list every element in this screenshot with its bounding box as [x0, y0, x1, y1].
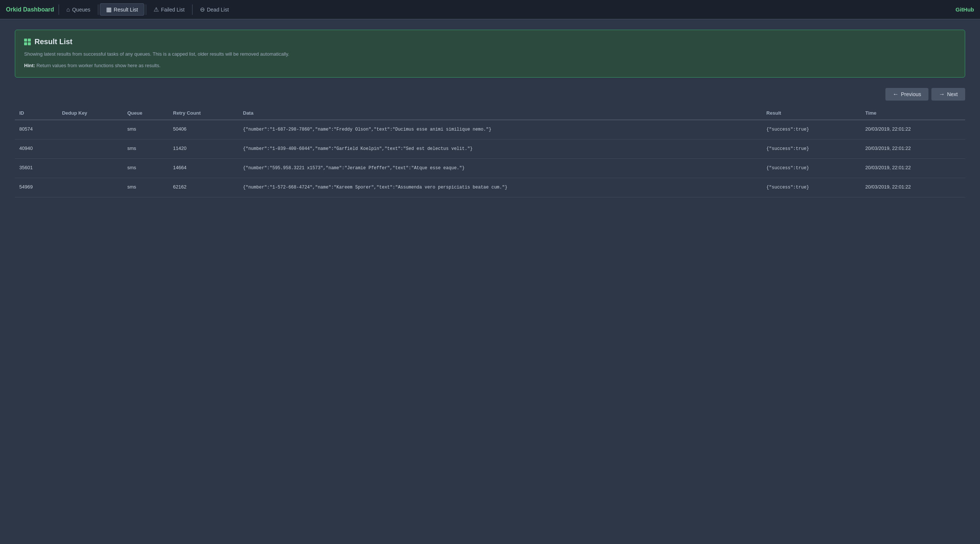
cell-queue: sms	[123, 120, 169, 140]
arrow-right-icon: →	[939, 91, 945, 97]
nav-divider-2	[98, 5, 98, 15]
previous-label: Previous	[901, 91, 921, 97]
info-box-hint: Hint: Return values from worker function…	[24, 62, 956, 70]
nav-queues-label: Queues	[72, 7, 90, 13]
brand-link[interactable]: Orkid Dashboard	[6, 6, 54, 13]
cell-time: 20/03/2019, 22:01:22	[861, 178, 965, 198]
cell-dedup-key	[57, 158, 123, 178]
previous-button[interactable]: ← Previous	[885, 88, 928, 101]
table-header: ID Dedup Key Queue Retry Count Data Resu…	[15, 107, 965, 120]
cell-retry-count: 14664	[169, 158, 239, 178]
cell-id: 54969	[15, 178, 57, 198]
cell-result: {"success":true}	[762, 139, 861, 158]
nav-result-list[interactable]: ▦ Result List	[100, 3, 144, 16]
green-grid-icon	[24, 38, 31, 45]
home-icon: ⌂	[67, 6, 70, 13]
cell-data: {"number":"1-039-400-6044","name":"Garfi…	[239, 139, 762, 158]
pagination-bar: ← Previous → Next	[15, 88, 965, 101]
cell-time: 20/03/2019, 22:01:22	[861, 120, 965, 140]
cell-queue: sms	[123, 158, 169, 178]
nav-items: ⌂ Queues ▦ Result List ⚠ Failed List ⊖ D…	[60, 3, 956, 16]
cell-time: 20/03/2019, 22:01:22	[861, 139, 965, 158]
nav-failed-list-label: Failed List	[161, 7, 185, 13]
warning-icon: ⚠	[154, 6, 159, 13]
cell-retry-count: 62162	[169, 178, 239, 198]
dead-icon: ⊖	[200, 6, 205, 13]
cell-data: {"number":"1-687-298-7860","name":"Fredd…	[239, 120, 762, 140]
table-row: 80574sms50406{"number":"1-687-298-7860",…	[15, 120, 965, 140]
info-box-heading: Result List	[35, 37, 72, 46]
cell-queue: sms	[123, 139, 169, 158]
cell-time: 20/03/2019, 22:01:22	[861, 158, 965, 178]
main-content: Result List Showing latest results from …	[0, 19, 980, 208]
hint-label: Hint:	[24, 63, 35, 68]
table-row: 35601sms14664{"number":"595.958.3221 x15…	[15, 158, 965, 178]
cell-result: {"success":true}	[762, 158, 861, 178]
nav-failed-list[interactable]: ⚠ Failed List	[148, 4, 191, 15]
cell-dedup-key	[57, 120, 123, 140]
next-label: Next	[947, 91, 958, 97]
cell-result: {"success":true}	[762, 120, 861, 140]
table-body: 80574sms50406{"number":"1-687-298-7860",…	[15, 120, 965, 198]
nav-queues[interactable]: ⌂ Queues	[60, 4, 97, 15]
col-result: Result	[762, 107, 861, 120]
hint-text: Return values from worker functions show…	[37, 63, 161, 68]
info-box-title: Result List	[24, 37, 956, 46]
result-table: ID Dedup Key Queue Retry Count Data Resu…	[15, 107, 965, 198]
col-retry-count: Retry Count	[169, 107, 239, 120]
next-button[interactable]: → Next	[931, 88, 965, 101]
cell-id: 40940	[15, 139, 57, 158]
col-data: Data	[239, 107, 762, 120]
github-link[interactable]: GitHub	[956, 6, 974, 13]
table-header-row: ID Dedup Key Queue Retry Count Data Resu…	[15, 107, 965, 120]
nav-divider-4	[192, 5, 192, 15]
col-queue: Queue	[123, 107, 169, 120]
cell-id: 35601	[15, 158, 57, 178]
cell-queue: sms	[123, 178, 169, 198]
cell-data: {"number":"595.958.3221 x1573","name":"J…	[239, 158, 762, 178]
info-box: Result List Showing latest results from …	[15, 30, 965, 78]
col-dedup-key: Dedup Key	[57, 107, 123, 120]
cell-result: {"success":true}	[762, 178, 861, 198]
info-box-description: Showing latest results from successful t…	[24, 51, 956, 58]
cell-id: 80574	[15, 120, 57, 140]
cell-data: {"number":"1-572-668-4724","name":"Karee…	[239, 178, 762, 198]
navbar: Orkid Dashboard ⌂ Queues ▦ Result List ⚠…	[0, 0, 980, 19]
cell-retry-count: 11420	[169, 139, 239, 158]
nav-result-list-label: Result List	[114, 7, 138, 13]
table-row: 54969sms62162{"number":"1-572-668-4724",…	[15, 178, 965, 198]
cell-retry-count: 50406	[169, 120, 239, 140]
cell-dedup-key	[57, 178, 123, 198]
nav-dead-list[interactable]: ⊖ Dead List	[194, 4, 235, 15]
nav-divider	[59, 5, 59, 15]
nav-divider-3	[146, 5, 146, 15]
col-time: Time	[861, 107, 965, 120]
cell-dedup-key	[57, 139, 123, 158]
grid-icon: ▦	[106, 6, 111, 13]
arrow-left-icon: ←	[893, 91, 899, 97]
col-id: ID	[15, 107, 57, 120]
table-row: 40940sms11420{"number":"1-039-400-6044",…	[15, 139, 965, 158]
nav-dead-list-label: Dead List	[207, 7, 229, 13]
